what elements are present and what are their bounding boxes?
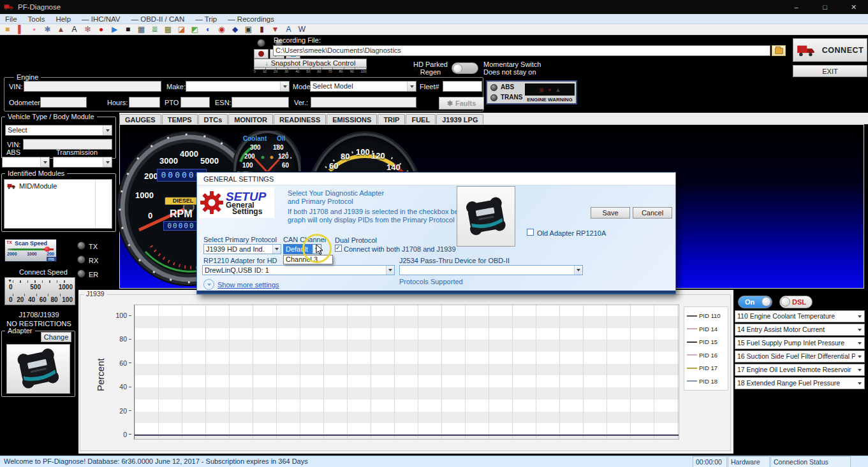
- menu-item[interactable]: Help: [55, 15, 71, 23]
- tab[interactable]: J1939 LPG: [436, 114, 483, 124]
- recording-path-field[interactable]: C:\Users\smeek\Documents\Diagnostics: [273, 45, 770, 56]
- vin-field[interactable]: [24, 81, 161, 92]
- primary-protocol-select[interactable]: J1939 HD and Ind.: [203, 244, 281, 254]
- model-select[interactable]: Select Model: [310, 81, 416, 92]
- fleet-field[interactable]: [443, 81, 482, 92]
- chevron-down-icon[interactable]: [855, 364, 864, 375]
- esa-icon[interactable]: ▣: [244, 25, 253, 34]
- chevron-down-icon[interactable]: [40, 157, 49, 167]
- hd-regen-toggle[interactable]: [452, 62, 478, 74]
- key-icon[interactable]: ◪: [177, 25, 186, 34]
- chevron-down-icon[interactable]: [855, 338, 864, 348]
- menubar: FileToolsHelp— IHC/NAV— OBD-II / CAN— Tr…: [0, 14, 868, 24]
- vehicle-type-select[interactable]: Select: [5, 125, 112, 136]
- hours-field[interactable]: [129, 97, 160, 108]
- odometer-field[interactable]: [40, 97, 87, 108]
- open-file-icon[interactable]: ■: [3, 25, 12, 34]
- adapter-status-icon[interactable]: ▌: [16, 25, 26, 34]
- transmission-select[interactable]: [53, 157, 112, 168]
- chevron-down-icon[interactable]: [407, 82, 416, 91]
- ttr-icon[interactable]: ▼: [270, 25, 280, 34]
- chevron-down-icon[interactable]: [855, 324, 864, 335]
- pid-selector[interactable]: 16 Suction Side Fuel Filter Differential…: [735, 350, 865, 363]
- chevron-down-icon[interactable]: [103, 157, 112, 167]
- stamp-icon[interactable]: ✻: [83, 25, 92, 34]
- tab[interactable]: DTCs: [198, 114, 228, 124]
- chevron-down-icon[interactable]: [272, 245, 281, 254]
- ver-field[interactable]: [311, 97, 416, 108]
- save-button[interactable]: Save: [591, 207, 630, 219]
- pid-selector[interactable]: 110 Engine Coolant Temperature: [735, 310, 865, 322]
- minimize-button[interactable]: –: [782, 0, 811, 14]
- show-more-settings-link[interactable]: Show more settings: [217, 281, 279, 289]
- menu-item[interactable]: — IHC/NAV: [82, 15, 121, 23]
- save-label: Save: [602, 209, 618, 217]
- snapshot-icon[interactable]: ▦: [136, 25, 146, 34]
- chevron-down-icon[interactable]: [280, 82, 289, 91]
- exit-button[interactable]: EXIT: [793, 65, 867, 77]
- allison-icon[interactable]: A: [284, 25, 293, 34]
- chevron-down-icon[interactable]: [103, 126, 112, 135]
- font-icon[interactable]: A: [70, 25, 79, 34]
- snapshot-playback-control-button[interactable]: ↓ Snapshot Playback Control: [254, 59, 367, 68]
- j2534-select[interactable]: [399, 265, 583, 275]
- cancel-button[interactable]: Cancel: [633, 207, 672, 219]
- pid-selector[interactable]: 17 Engine Oil Level Remote Reservoir: [735, 364, 865, 376]
- record-button[interactable]: [254, 49, 268, 59]
- rp1210-select[interactable]: DrewLinQ,USB ID: 1: [202, 265, 395, 275]
- chevron-down-icon[interactable]: [855, 311, 864, 322]
- menu-item[interactable]: Tools: [28, 15, 45, 23]
- maximize-button[interactable]: □: [811, 0, 839, 14]
- international-icon[interactable]: ◆: [230, 25, 240, 34]
- menu-item[interactable]: — Trip: [195, 15, 217, 23]
- dual-protocol-checkbox[interactable]: [335, 245, 342, 252]
- volvo-icon[interactable]: ◐: [203, 25, 213, 34]
- menu-item[interactable]: — OBD-II / CAN: [131, 15, 185, 23]
- old-adapter-checkbox[interactable]: [527, 229, 534, 236]
- mack-icon[interactable]: ◉: [217, 25, 226, 34]
- stop-icon[interactable]: ■: [123, 25, 133, 34]
- show-more-chevron-icon[interactable]: [203, 279, 214, 290]
- chevron-down-icon[interactable]: [855, 378, 864, 389]
- wabco-icon[interactable]: W: [297, 25, 307, 34]
- dt-icon[interactable]: ▮: [257, 25, 267, 34]
- vehicle-icon[interactable]: ▲: [56, 25, 66, 34]
- dsl-toggle[interactable]: DSL: [779, 296, 813, 308]
- esn-field[interactable]: [232, 97, 289, 108]
- settings-gear-icon[interactable]: ✱: [43, 25, 52, 34]
- tab[interactable]: EMISSIONS: [327, 114, 377, 124]
- faults-button[interactable]: ✱ Faults: [439, 97, 484, 110]
- pid-selector[interactable]: 18 Extended Range Fuel Pressure: [735, 377, 865, 389]
- play-icon[interactable]: ▶: [110, 25, 119, 34]
- notes-icon[interactable]: ▪: [29, 25, 39, 34]
- tab[interactable]: READINESS: [274, 114, 326, 124]
- menu-item[interactable]: File: [5, 15, 17, 23]
- menu-item[interactable]: — Recordings: [228, 15, 274, 23]
- dialog-titlebar[interactable]: GENERAL SETTINGS: [197, 173, 675, 185]
- module-list[interactable]: MID/Module: [4, 179, 112, 229]
- abs-select[interactable]: [2, 157, 50, 168]
- tab[interactable]: GAUGES: [119, 114, 161, 124]
- change-adapter-button[interactable]: Change: [41, 332, 71, 342]
- pid-selector[interactable]: 14 Entry Assist Motor Current: [735, 324, 865, 336]
- record-icon[interactable]: ●: [96, 25, 106, 34]
- pid-on-toggle[interactable]: On: [738, 296, 772, 308]
- chevron-down-icon[interactable]: [386, 266, 394, 275]
- pid-selector[interactable]: 15 Fuel Supply Pump Inlet Pressure: [735, 337, 865, 349]
- make-select[interactable]: [186, 81, 290, 92]
- close-button[interactable]: ✕: [839, 0, 868, 14]
- chevron-down-icon[interactable]: [855, 351, 864, 362]
- dch-icon[interactable]: ▩: [163, 25, 173, 34]
- j1587-icon[interactable]: ≣: [150, 25, 159, 34]
- tab[interactable]: TRIP: [378, 114, 405, 124]
- tab[interactable]: MONITOR: [228, 114, 273, 124]
- connect-button[interactable]: CONNECT: [793, 38, 867, 62]
- tab[interactable]: FUEL: [406, 114, 436, 124]
- pto-field[interactable]: [180, 97, 210, 108]
- primary-protocol-label: Select Primary Protocol: [203, 236, 277, 243]
- link-icon[interactable]: ◩: [190, 25, 200, 34]
- setup-gear-icon: [199, 190, 224, 215]
- chevron-down-icon[interactable]: [574, 266, 582, 275]
- tab[interactable]: TEMPS: [162, 114, 198, 124]
- browse-file-button[interactable]: [772, 45, 786, 56]
